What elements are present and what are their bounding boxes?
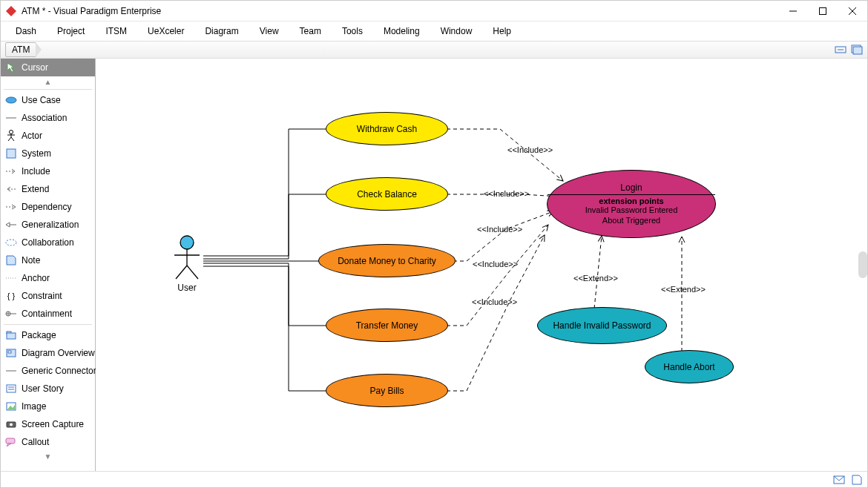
note-icon[interactable] — [851, 474, 863, 486]
palette-label: Callout — [22, 437, 49, 447]
svg-rect-33 — [8, 351, 11, 353]
palette-system[interactable]: System — [1, 145, 95, 162]
palette: Cursor ▲ Use Case Association Actor Syst… — [1, 59, 96, 471]
minimize-button[interactable] — [778, 1, 808, 22]
breadcrumb-bar: ATM — [1, 41, 867, 59]
palette-package[interactable]: Package — [1, 326, 95, 344]
palette-generic-connector[interactable]: Generic Connector — [1, 362, 95, 380]
chevron-right-icon — [36, 42, 42, 57]
svg-point-41 — [10, 423, 13, 426]
anchor-icon — [5, 272, 17, 284]
include-label: <<Include>> — [477, 225, 522, 234]
workspace: Cursor ▲ Use Case Association Actor Syst… — [1, 59, 867, 471]
palette-label: Image — [22, 401, 46, 412]
menu-team[interactable]: Team — [289, 23, 332, 39]
scrollbar-thumb[interactable] — [858, 251, 867, 278]
svg-point-12 — [10, 131, 13, 134]
svg-point-44 — [180, 236, 194, 249]
palette-association[interactable]: Association — [1, 109, 95, 127]
menu-view[interactable]: View — [249, 23, 289, 39]
palette-cursor[interactable]: Cursor — [1, 59, 95, 76]
palette-include[interactable]: Include — [1, 162, 95, 180]
window-title: ATM * - Visual Paradigm Enterprise — [22, 6, 161, 16]
node-withdraw-cash[interactable]: Withdraw Cash — [326, 112, 448, 145]
node-handle-invalid-password[interactable]: Handle Invalid Password — [537, 307, 667, 344]
mail-icon[interactable] — [833, 474, 845, 486]
actor-user[interactable]: User — [170, 234, 204, 293]
include-label: <<Include>> — [473, 260, 518, 268]
node-donate-charity[interactable]: Donate Money to Charity — [318, 244, 456, 277]
palette-anchor[interactable]: Anchor — [1, 269, 95, 287]
palette-user-story[interactable]: User Story — [1, 380, 95, 398]
generalization-icon — [5, 219, 17, 231]
menu-project[interactable]: Project — [47, 23, 95, 39]
palette-collapse-down[interactable]: ▼ — [1, 451, 95, 462]
palette-callout[interactable]: Callout — [1, 433, 95, 451]
svg-marker-43 — [7, 444, 11, 446]
svg-line-16 — [11, 137, 14, 141]
cursor-icon — [5, 62, 17, 73]
close-button[interactable] — [838, 1, 867, 22]
extend-label: <<Extend>> — [661, 285, 706, 294]
svg-marker-9 — [7, 63, 14, 72]
palette-containment[interactable]: Containment — [1, 305, 95, 323]
svg-rect-17 — [7, 149, 16, 158]
diagram-type-icon[interactable] — [835, 44, 846, 56]
menu-itsm[interactable]: ITSM — [95, 23, 137, 39]
callout-icon — [5, 436, 17, 448]
palette-use-case[interactable]: Use Case — [1, 91, 95, 109]
node-transfer-money[interactable]: Transfer Money — [326, 309, 448, 342]
breadcrumb-chip[interactable]: ATM — [5, 42, 36, 57]
include-label: <<Include>> — [484, 189, 529, 198]
svg-rect-35 — [7, 385, 16, 392]
palette-label: Include — [22, 166, 50, 177]
menu-uexceler[interactable]: UeXceler — [137, 23, 194, 39]
palette-screen-capture[interactable]: Screen Capture — [1, 415, 95, 433]
node-pay-bills[interactable]: Pay Bills — [326, 374, 448, 407]
association-icon — [5, 112, 17, 124]
palette-label: Use Case — [22, 95, 61, 105]
maximize-button[interactable] — [808, 1, 838, 22]
palette-label: Note — [22, 255, 40, 266]
node-handle-abort[interactable]: Handle Abort — [645, 350, 734, 383]
note-icon — [5, 254, 17, 266]
palette-label: Collaboration — [22, 237, 74, 248]
screen-capture-icon — [5, 418, 17, 430]
titlebar: ATM * - Visual Paradigm Enterprise — [1, 1, 867, 22]
collaboration-icon — [5, 237, 17, 248]
user-story-icon — [5, 383, 17, 395]
menu-window[interactable]: Window — [430, 23, 483, 39]
switch-diagram-icon[interactable] — [851, 44, 863, 56]
menu-dash[interactable]: Dash — [5, 23, 47, 39]
extend-icon — [5, 183, 17, 195]
palette-label: Cursor — [22, 62, 48, 73]
palette-collaboration[interactable]: Collaboration — [1, 234, 95, 251]
system-icon — [5, 148, 17, 159]
image-icon — [5, 400, 17, 412]
node-check-balance[interactable]: Check Balance — [326, 177, 448, 211]
package-icon — [5, 329, 17, 341]
palette-collapse-up[interactable]: ▲ — [1, 76, 95, 88]
palette-diagram-overview[interactable]: Diagram Overview — [1, 344, 95, 362]
svg-rect-42 — [6, 438, 15, 444]
palette-extend[interactable]: Extend — [1, 180, 95, 198]
palette-note[interactable]: Note — [1, 251, 95, 269]
menu-tools[interactable]: Tools — [332, 23, 373, 39]
canvas[interactable]: User Withdraw Cash Check Balance Donate … — [96, 59, 867, 471]
menu-diagram[interactable]: Diagram — [194, 23, 249, 39]
palette-constraint[interactable]: { }Constraint — [1, 287, 95, 305]
palette-label: Association — [22, 113, 67, 123]
menu-modeling[interactable]: Modeling — [373, 23, 430, 39]
node-login[interactable]: Login extension points Invalid Password … — [547, 170, 716, 238]
svg-rect-31 — [7, 333, 16, 339]
palette-image[interactable]: Image — [1, 398, 95, 415]
footerbar — [1, 471, 867, 487]
generic-connector-icon — [5, 365, 17, 377]
svg-marker-50 — [852, 475, 861, 484]
palette-label: Screen Capture — [22, 419, 84, 429]
palette-label: Anchor — [22, 273, 50, 283]
menu-help[interactable]: Help — [482, 23, 522, 39]
palette-actor[interactable]: Actor — [1, 127, 95, 145]
palette-dependency[interactable]: Dependency — [1, 198, 95, 216]
palette-generalization[interactable]: Generalization — [1, 216, 95, 234]
